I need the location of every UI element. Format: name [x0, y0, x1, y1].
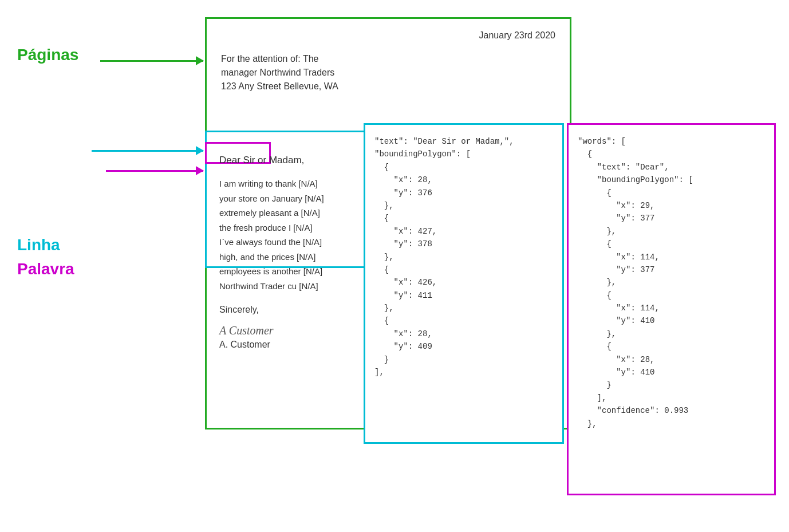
body-line-4: the fresh produce I [N/A] [219, 220, 324, 235]
arrow-palavra-icon [106, 170, 203, 172]
body-paragraph: I am writing to thank [N/A] your store o… [219, 176, 324, 293]
labels-container: Páginas Linha Palavra [17, 46, 78, 278]
json-panel-cyan: "text": "Dear Sir or Madam,", "boundingP… [364, 123, 564, 444]
address-line3: 123 Any Street Bellevue, WA [221, 80, 555, 93]
body-line-8: Northwind Trader cu [N/A] [219, 279, 324, 294]
label-paginas: Páginas [17, 46, 78, 64]
arrow-linha-icon [92, 150, 203, 152]
json-cyan-content: "text": "Dear Sir or Madam,", "boundingP… [374, 135, 553, 379]
arrow-paginas-icon [100, 60, 203, 62]
sincerely-text: Sincerely, [219, 305, 324, 315]
body-line-3: extremely pleasant a [N/A] [219, 206, 324, 220]
page-address: For the attention of: The manager Northw… [221, 52, 555, 93]
body-line-1: I am writing to thank [N/A] [219, 176, 324, 191]
address-line1: For the attention of: The [221, 52, 555, 66]
address-line2: manager Northwind Traders [221, 66, 555, 80]
json-magenta-content: "words": [ { "text": "Dear", "boundingPo… [578, 135, 765, 430]
signature-cursive: A Customer [219, 324, 324, 337]
label-palavra: Palavra [17, 260, 78, 278]
label-linha: Linha [17, 236, 78, 254]
body-line-5: I`ve always found the [N/A] [219, 235, 324, 250]
body-line-6: high, and the prices [N/A] [219, 250, 324, 265]
page-body: Dear Sir or Madam, I am writing to thank… [219, 155, 324, 350]
json-panel-magenta: "words": [ { "text": "Dear", "boundingPo… [567, 123, 776, 495]
dear-line: Dear Sir or Madam, [219, 155, 324, 166]
body-line-2: your store on January [N/A] [219, 191, 324, 206]
body-line-7: employees is another [N/A] [219, 264, 324, 279]
page-date: January 23rd 2020 [221, 30, 555, 41]
signature-print: A. Customer [219, 340, 324, 350]
